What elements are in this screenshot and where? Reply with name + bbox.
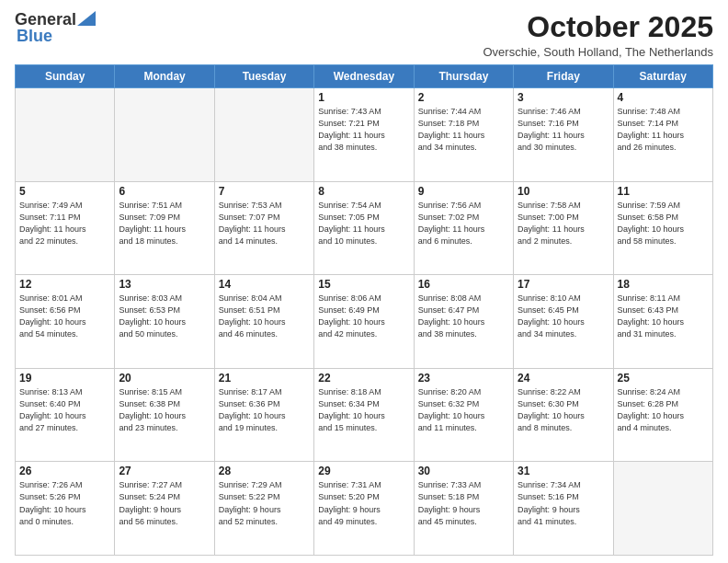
calendar-cell: 28Sunrise: 7:29 AM Sunset: 5:22 PM Dayli… xyxy=(214,462,313,556)
calendar-cell: 2Sunrise: 7:44 AM Sunset: 7:18 PM Daylig… xyxy=(414,88,513,182)
calendar-cell: 30Sunrise: 7:33 AM Sunset: 5:18 PM Dayli… xyxy=(414,462,513,556)
calendar-cell: 5Sunrise: 7:49 AM Sunset: 7:11 PM Daylig… xyxy=(16,181,115,275)
calendar-day-header: Monday xyxy=(115,65,214,88)
day-info: Sunrise: 8:01 AM Sunset: 6:56 PM Dayligh… xyxy=(19,293,110,340)
day-info: Sunrise: 7:51 AM Sunset: 7:09 PM Dayligh… xyxy=(119,200,210,247)
day-number: 27 xyxy=(119,465,210,477)
day-info: Sunrise: 7:33 AM Sunset: 5:18 PM Dayligh… xyxy=(418,479,509,527)
day-number: 2 xyxy=(418,91,509,104)
location: Overschie, South Holland, The Netherland… xyxy=(483,45,713,59)
calendar-day-header: Friday xyxy=(514,65,613,88)
calendar-cell xyxy=(115,88,214,182)
calendar-cell: 12Sunrise: 8:01 AM Sunset: 6:56 PM Dayli… xyxy=(16,275,115,369)
calendar-week-row: 5Sunrise: 7:49 AM Sunset: 7:11 PM Daylig… xyxy=(16,181,713,275)
day-number: 7 xyxy=(219,185,310,198)
calendar-cell: 8Sunrise: 7:54 AM Sunset: 7:05 PM Daylig… xyxy=(314,181,414,275)
calendar-day-header: Wednesday xyxy=(314,65,414,88)
calendar-day-header: Thursday xyxy=(414,65,513,88)
title-area: October 2025 Overschie, South Holland, T… xyxy=(483,11,713,59)
calendar-cell: 20Sunrise: 8:15 AM Sunset: 6:38 PM Dayli… xyxy=(115,368,214,462)
calendar-cell: 25Sunrise: 8:24 AM Sunset: 6:28 PM Dayli… xyxy=(613,368,712,462)
calendar-cell: 14Sunrise: 8:04 AM Sunset: 6:51 PM Dayli… xyxy=(214,275,313,369)
day-number: 30 xyxy=(418,465,509,477)
day-info: Sunrise: 7:31 AM Sunset: 5:20 PM Dayligh… xyxy=(318,479,409,527)
day-info: Sunrise: 7:46 AM Sunset: 7:16 PM Dayligh… xyxy=(518,106,609,154)
svg-marker-0 xyxy=(77,11,96,26)
day-info: Sunrise: 8:20 AM Sunset: 6:32 PM Dayligh… xyxy=(418,386,509,434)
day-number: 1 xyxy=(318,91,409,104)
day-info: Sunrise: 7:49 AM Sunset: 7:11 PM Dayligh… xyxy=(19,200,110,247)
calendar-cell: 31Sunrise: 7:34 AM Sunset: 5:16 PM Dayli… xyxy=(514,462,613,556)
day-info: Sunrise: 7:29 AM Sunset: 5:22 PM Dayligh… xyxy=(219,479,310,527)
day-number: 20 xyxy=(119,372,210,385)
day-info: Sunrise: 7:54 AM Sunset: 7:05 PM Dayligh… xyxy=(318,200,409,247)
calendar-cell: 19Sunrise: 8:13 AM Sunset: 6:40 PM Dayli… xyxy=(16,368,115,462)
calendar-cell: 7Sunrise: 7:53 AM Sunset: 7:07 PM Daylig… xyxy=(214,181,313,275)
calendar-table: SundayMondayTuesdayWednesdayThursdayFrid… xyxy=(15,64,713,556)
calendar-cell: 9Sunrise: 7:56 AM Sunset: 7:02 PM Daylig… xyxy=(414,181,513,275)
day-number: 21 xyxy=(219,372,310,385)
day-info: Sunrise: 7:44 AM Sunset: 7:18 PM Dayligh… xyxy=(418,106,509,154)
calendar-cell: 24Sunrise: 8:22 AM Sunset: 6:30 PM Dayli… xyxy=(514,368,613,462)
calendar-day-header: Sunday xyxy=(16,65,115,88)
day-number: 10 xyxy=(518,185,609,198)
day-number: 4 xyxy=(618,91,709,104)
day-number: 8 xyxy=(318,185,409,198)
day-info: Sunrise: 8:13 AM Sunset: 6:40 PM Dayligh… xyxy=(19,386,110,434)
day-number: 18 xyxy=(618,278,709,291)
logo-icon xyxy=(77,11,96,26)
day-info: Sunrise: 7:27 AM Sunset: 5:24 PM Dayligh… xyxy=(119,479,210,527)
day-info: Sunrise: 8:06 AM Sunset: 6:49 PM Dayligh… xyxy=(318,293,409,340)
day-info: Sunrise: 7:26 AM Sunset: 5:26 PM Dayligh… xyxy=(19,479,110,527)
day-info: Sunrise: 8:17 AM Sunset: 6:36 PM Dayligh… xyxy=(219,386,310,434)
day-number: 15 xyxy=(318,278,409,291)
day-number: 3 xyxy=(518,91,609,104)
calendar-cell: 15Sunrise: 8:06 AM Sunset: 6:49 PM Dayli… xyxy=(314,275,414,369)
day-info: Sunrise: 7:34 AM Sunset: 5:16 PM Dayligh… xyxy=(518,479,609,527)
day-number: 26 xyxy=(19,465,110,477)
logo-blue-text: Blue xyxy=(17,28,52,44)
calendar-day-header: Tuesday xyxy=(214,65,313,88)
day-info: Sunrise: 8:22 AM Sunset: 6:30 PM Dayligh… xyxy=(518,386,609,434)
day-number: 24 xyxy=(518,372,609,385)
day-info: Sunrise: 7:48 AM Sunset: 7:14 PM Dayligh… xyxy=(618,106,709,154)
calendar-week-row: 26Sunrise: 7:26 AM Sunset: 5:26 PM Dayli… xyxy=(16,462,713,556)
calendar-cell: 27Sunrise: 7:27 AM Sunset: 5:24 PM Dayli… xyxy=(115,462,214,556)
calendar-week-row: 12Sunrise: 8:01 AM Sunset: 6:56 PM Dayli… xyxy=(16,275,713,369)
month-title: October 2025 xyxy=(483,11,713,43)
day-info: Sunrise: 8:08 AM Sunset: 6:47 PM Dayligh… xyxy=(418,293,509,340)
calendar-cell: 23Sunrise: 8:20 AM Sunset: 6:32 PM Dayli… xyxy=(414,368,513,462)
calendar-cell: 10Sunrise: 7:58 AM Sunset: 7:00 PM Dayli… xyxy=(514,181,613,275)
calendar-cell: 1Sunrise: 7:43 AM Sunset: 7:21 PM Daylig… xyxy=(314,88,414,182)
logo-general-text: General xyxy=(15,11,76,28)
day-info: Sunrise: 7:43 AM Sunset: 7:21 PM Dayligh… xyxy=(318,106,409,154)
calendar-cell: 26Sunrise: 7:26 AM Sunset: 5:26 PM Dayli… xyxy=(16,462,115,556)
calendar-cell xyxy=(214,88,313,182)
day-number: 9 xyxy=(418,185,509,198)
day-number: 19 xyxy=(19,372,110,385)
day-info: Sunrise: 8:11 AM Sunset: 6:43 PM Dayligh… xyxy=(618,293,709,340)
day-info: Sunrise: 7:59 AM Sunset: 6:58 PM Dayligh… xyxy=(618,200,709,247)
header: General Blue October 2025 Overschie, Sou… xyxy=(15,11,713,59)
day-info: Sunrise: 8:04 AM Sunset: 6:51 PM Dayligh… xyxy=(219,293,310,340)
calendar-cell: 16Sunrise: 8:08 AM Sunset: 6:47 PM Dayli… xyxy=(414,275,513,369)
calendar-cell: 13Sunrise: 8:03 AM Sunset: 6:53 PM Dayli… xyxy=(115,275,214,369)
calendar-cell: 17Sunrise: 8:10 AM Sunset: 6:45 PM Dayli… xyxy=(514,275,613,369)
day-info: Sunrise: 7:58 AM Sunset: 7:00 PM Dayligh… xyxy=(518,200,609,247)
day-number: 23 xyxy=(418,372,509,385)
calendar-cell: 11Sunrise: 7:59 AM Sunset: 6:58 PM Dayli… xyxy=(613,181,712,275)
calendar-cell xyxy=(16,88,115,182)
calendar-cell: 22Sunrise: 8:18 AM Sunset: 6:34 PM Dayli… xyxy=(314,368,414,462)
day-number: 11 xyxy=(618,185,709,198)
day-info: Sunrise: 8:24 AM Sunset: 6:28 PM Dayligh… xyxy=(618,386,709,434)
day-number: 13 xyxy=(119,278,210,291)
calendar-cell: 6Sunrise: 7:51 AM Sunset: 7:09 PM Daylig… xyxy=(115,181,214,275)
day-number: 14 xyxy=(219,278,310,291)
day-info: Sunrise: 7:56 AM Sunset: 7:02 PM Dayligh… xyxy=(418,200,509,247)
page: General Blue October 2025 Overschie, Sou… xyxy=(0,0,728,563)
day-number: 28 xyxy=(219,465,310,477)
calendar-day-header: Saturday xyxy=(613,65,712,88)
calendar-week-row: 1Sunrise: 7:43 AM Sunset: 7:21 PM Daylig… xyxy=(16,88,713,182)
calendar-cell: 4Sunrise: 7:48 AM Sunset: 7:14 PM Daylig… xyxy=(613,88,712,182)
calendar-cell: 3Sunrise: 7:46 AM Sunset: 7:16 PM Daylig… xyxy=(514,88,613,182)
